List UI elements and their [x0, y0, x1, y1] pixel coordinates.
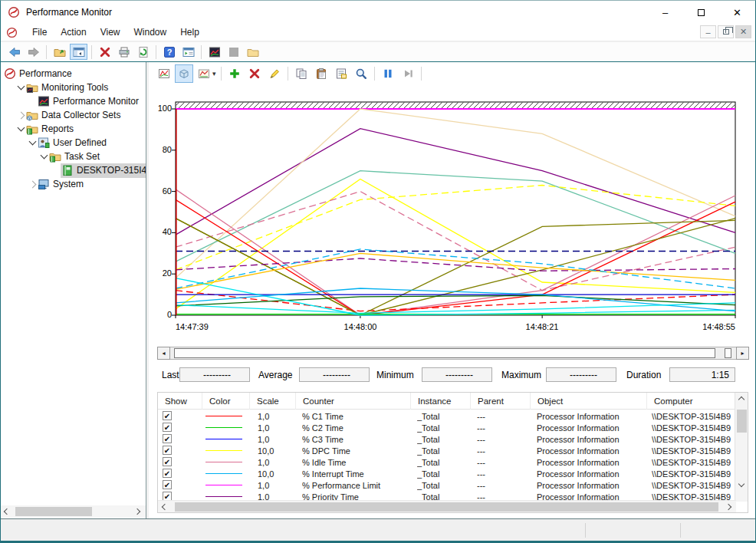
scroll-right-icon[interactable] — [725, 503, 731, 509]
menu-view[interactable]: View — [94, 25, 127, 40]
tree-scrollbar-thumb[interactable] — [15, 507, 92, 516]
change-graph-type-button[interactable] — [195, 64, 213, 83]
menu-file[interactable]: File — [25, 25, 54, 40]
table-row[interactable]: ✔ 1,0 % C1 Time _Total --- Processor Inf… — [158, 410, 735, 422]
menu-window[interactable]: Window — [127, 25, 174, 40]
delete-button[interactable] — [96, 44, 113, 60]
tree-item-user-defined[interactable]: User Defined — [27, 136, 107, 150]
disabled-button[interactable] — [225, 44, 242, 60]
zoom-button[interactable] — [352, 64, 370, 83]
delete-counter-button[interactable] — [245, 64, 264, 83]
minimize-button[interactable]: – — [647, 1, 683, 24]
copy-icon — [295, 67, 307, 80]
tree-item-system[interactable]: System — [27, 177, 84, 191]
view-current-activity-button[interactable] — [155, 64, 173, 83]
tree-item-reports[interactable]: Reports — [15, 122, 74, 136]
menu-help[interactable]: Help — [173, 25, 206, 40]
tree-item-desktop-315i4b9[interactable]: DESKTOP-315I4B9 — [50, 163, 146, 177]
tree-item-performance-monitor[interactable]: Performance Monitor — [27, 94, 139, 108]
scroll-left-icon[interactable] — [4, 508, 10, 515]
show-checkbox[interactable]: ✔ — [163, 480, 172, 489]
time-scroll-track[interactable] — [170, 347, 736, 360]
forward-button[interactable] — [25, 44, 42, 60]
cell-parent: --- — [477, 469, 528, 479]
tree-collapsed-icon[interactable] — [28, 180, 36, 188]
tree-item-monitoring-tools[interactable]: Monitoring Tools — [15, 81, 108, 94]
column-header-color[interactable]: Color — [202, 393, 250, 410]
scroll-up-icon[interactable] — [738, 397, 744, 403]
properties-button[interactable] — [332, 64, 350, 83]
show-checkbox[interactable]: ✔ — [163, 411, 172, 420]
help-button[interactable]: ? — [160, 44, 178, 60]
time-scroll-right-button[interactable]: ▸ — [736, 347, 749, 360]
table-row[interactable]: ✔ 1,0 % Idle Time _Total --- Processor I… — [158, 456, 735, 468]
table-row[interactable]: ✔ 1,0 % C2 Time _Total --- Processor Inf… — [158, 422, 735, 433]
show-checkbox[interactable]: ✔ — [163, 446, 172, 455]
show-checkbox[interactable]: ✔ — [163, 434, 172, 443]
legend-hscroll-thumb[interactable] — [175, 502, 718, 512]
table-row[interactable]: ✔ 1,0 % C3 Time _Total --- Processor Inf… — [158, 433, 735, 445]
tree-expanded-icon[interactable] — [40, 151, 48, 159]
tree-item-task-set[interactable]: Task Set — [38, 150, 100, 163]
freeze-display-button[interactable] — [379, 64, 397, 83]
update-data-button[interactable] — [399, 64, 417, 83]
x-tick-label: 14:48:21 — [515, 322, 569, 331]
show-checkbox[interactable]: ✔ — [163, 457, 172, 466]
legend-vscroll-thumb[interactable] — [737, 410, 747, 433]
new-window-button[interactable] — [244, 44, 261, 60]
back-button[interactable] — [5, 44, 23, 60]
mmc-close-button[interactable]: ✕ — [735, 25, 751, 38]
time-scroll-thumb[interactable] — [174, 348, 715, 358]
table-row[interactable]: ✔ 10,0 % DPC Time _Total --- Processor I… — [158, 445, 735, 456]
column-header-counter[interactable]: Counter — [296, 393, 411, 410]
view-log-data-button[interactable] — [175, 64, 193, 83]
tree-expanded-icon[interactable] — [28, 137, 36, 145]
copy-properties-button[interactable] — [292, 64, 311, 83]
time-scroll-handle[interactable] — [725, 348, 731, 358]
maximize-button[interactable] — [683, 1, 719, 24]
legend-vertical-scrollbar[interactable] — [735, 393, 748, 502]
show-checkbox[interactable]: ✔ — [163, 423, 172, 432]
cell-scale: 1,0 — [258, 423, 293, 433]
tree-expanded-icon[interactable] — [17, 123, 25, 131]
table-row[interactable]: ✔ 10,0 % Interrupt Time _Total --- Proce… — [158, 468, 735, 479]
table-row[interactable]: ✔ 1,0 % Performance Limit _Total --- Pro… — [158, 479, 735, 491]
tree-expanded-icon[interactable] — [17, 82, 25, 90]
add-counter-button[interactable] — [225, 64, 244, 83]
tree-collapsed-icon[interactable] — [17, 111, 25, 119]
time-range-scrollbar[interactable]: ◂ ▸ — [157, 347, 749, 360]
legend-horizontal-scrollbar[interactable] — [158, 500, 736, 512]
mmc-minimize-button[interactable]: – — [700, 25, 716, 38]
close-button[interactable]: ✕ — [719, 1, 755, 24]
highlight-button[interactable] — [265, 64, 284, 83]
tree-horizontal-scrollbar[interactable] — [1, 505, 146, 518]
export-button[interactable] — [51, 44, 68, 60]
time-scroll-left-button[interactable]: ◂ — [157, 347, 170, 360]
tree-item-performance[interactable]: Performance — [4, 67, 72, 81]
column-header-parent[interactable]: Parent — [471, 393, 531, 410]
mmc-restore-button[interactable] — [718, 25, 734, 38]
column-header-computer[interactable]: Computer — [647, 393, 736, 410]
show-action-pane-button[interactable] — [179, 44, 197, 60]
print-button[interactable] — [115, 44, 133, 60]
cell-computer: \\DESKTOP-315I4B9 — [652, 412, 736, 421]
column-header-instance[interactable]: Instance — [411, 393, 471, 410]
paste-counter-list-button[interactable] — [312, 64, 330, 83]
menu-action[interactable]: Action — [54, 25, 93, 40]
refresh-button[interactable] — [134, 44, 152, 60]
scroll-left-icon[interactable] — [162, 503, 168, 509]
scroll-down-icon[interactable] — [738, 481, 744, 487]
scroll-right-icon[interactable] — [134, 508, 140, 515]
performance-chart-button[interactable] — [205, 44, 223, 60]
column-header-object[interactable]: Object — [531, 393, 647, 410]
toolbar-separator — [374, 67, 375, 81]
show-checkbox[interactable]: ✔ — [163, 469, 172, 478]
column-header-scale[interactable]: Scale — [250, 393, 296, 410]
column-header-show[interactable]: Show — [158, 393, 202, 410]
tree-item-data-collector-sets[interactable]: Data Collector Sets — [15, 108, 120, 122]
perfmon-menu-icon — [6, 27, 18, 38]
show-console-tree-button[interactable] — [70, 44, 87, 60]
view-current-icon — [158, 67, 170, 80]
value-bar: Last ---------Average ---------Minimum -… — [149, 367, 755, 383]
dropdown-caret-icon[interactable]: ▾ — [212, 70, 216, 77]
